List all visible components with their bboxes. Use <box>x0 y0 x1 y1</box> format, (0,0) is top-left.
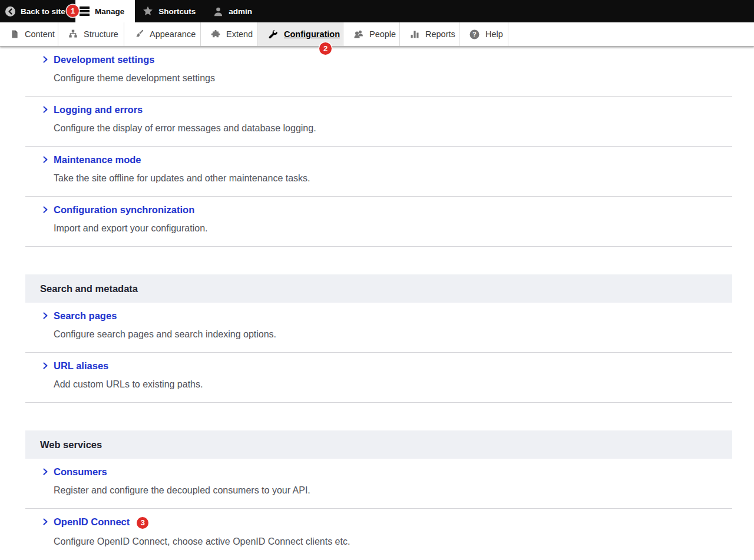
admin-toolbar: Back to site Manage Shortcuts admin 1 <box>0 0 754 22</box>
development-settings-link[interactable]: Development settings <box>42 54 154 65</box>
tab-reports-label: Reports <box>425 29 455 39</box>
tab-content[interactable]: Content <box>0 22 58 46</box>
manage-tab[interactable]: Manage <box>75 0 135 22</box>
question-icon: ? <box>469 29 479 39</box>
sitemap-icon <box>68 29 78 39</box>
annotation-mark-1: 1 <box>67 5 79 17</box>
back-circle-icon <box>5 6 15 16</box>
tab-content-label: Content <box>25 29 55 39</box>
chevron-right-icon <box>42 468 49 475</box>
url-aliases-description: Add custom URLs to existing paths. <box>54 379 732 390</box>
chevron-right-icon <box>42 56 49 63</box>
config-row-search-pages: Search pages Configure search pages and … <box>25 303 732 353</box>
user-menu[interactable]: admin <box>213 0 252 22</box>
bar-chart-icon <box>410 29 419 39</box>
svg-text:?: ? <box>472 31 477 38</box>
logging-and-errors-description: Configure the display of error messages … <box>54 122 732 134</box>
maintenance-mode-description: Take the site offline for updates and ot… <box>54 173 732 184</box>
annotation-mark-2: 2 <box>319 42 332 55</box>
chevron-right-icon <box>42 106 49 113</box>
back-to-site-label: Back to site <box>21 7 65 16</box>
config-row-configuration-synchronization: Configuration synchronization Import and… <box>25 197 732 247</box>
puzzle-icon <box>211 29 220 39</box>
people-icon <box>353 29 363 39</box>
back-to-site-button[interactable]: Back to site <box>0 0 68 22</box>
development-settings-description: Configure theme development settings <box>54 72 732 84</box>
user-icon <box>213 6 223 16</box>
openid-connect-description: Configure OpenID Connect, choose active … <box>54 536 732 548</box>
tab-extend-label: Extend <box>226 29 253 39</box>
config-row-maintenance-mode: Maintenance mode Take the site offline f… <box>25 147 732 197</box>
star-icon <box>143 6 153 16</box>
shortcuts-label: Shortcuts <box>158 7 196 16</box>
tab-appearance[interactable]: Appearance <box>124 22 201 46</box>
paintbrush-icon <box>134 29 144 39</box>
configuration-synchronization-link[interactable]: Configuration synchronization <box>42 204 194 216</box>
section-header-search-and-metadata: Search and metadata <box>25 274 732 303</box>
maintenance-mode-link[interactable]: Maintenance mode <box>42 154 141 165</box>
tab-people-label: People <box>369 29 396 39</box>
tab-structure[interactable]: Structure <box>58 22 124 46</box>
config-row-openid-connect: OpenID Connect 3 Configure OpenID Connec… <box>25 509 732 559</box>
tab-configuration[interactable]: Configuration <box>258 22 343 46</box>
configuration-synchronization-description: Import and export your configuration. <box>54 223 732 234</box>
tab-appearance-label: Appearance <box>150 29 196 39</box>
section-header-web-services: Web services <box>25 430 732 459</box>
openid-connect-link[interactable]: OpenID Connect <box>42 516 130 528</box>
url-aliases-link[interactable]: URL aliases <box>42 360 108 372</box>
tab-people[interactable]: People <box>343 22 400 46</box>
hamburger-icon <box>80 6 90 15</box>
annotation-mark-3: 3 <box>137 517 148 529</box>
config-row-consumers: Consumers Register and configure the dec… <box>25 459 732 509</box>
chevron-right-icon <box>42 312 49 319</box>
tab-reports[interactable]: Reports <box>400 22 459 46</box>
search-pages-link[interactable]: Search pages <box>42 310 117 322</box>
tab-help[interactable]: ? Help <box>459 22 508 46</box>
chevron-right-icon <box>42 206 49 213</box>
shortcuts-button[interactable]: Shortcuts <box>143 0 196 22</box>
configuration-page-content: Development settings Configure theme dev… <box>0 47 754 559</box>
manage-label: Manage <box>95 7 124 16</box>
consumers-link[interactable]: Consumers <box>42 466 107 478</box>
tab-extend[interactable]: Extend <box>201 22 258 46</box>
chevron-right-icon <box>42 362 49 369</box>
chevron-right-icon <box>42 156 49 163</box>
admin-menu-toolbar: Content Structure Appearance Extend Conf… <box>0 22 754 47</box>
tab-configuration-label: Configuration <box>284 29 340 39</box>
tab-structure-label: Structure <box>84 29 118 39</box>
chevron-right-icon <box>42 518 49 525</box>
config-row-development-settings: Development settings Configure theme dev… <box>25 47 732 97</box>
config-row-url-aliases: URL aliases Add custom URLs to existing … <box>25 353 732 403</box>
user-label: admin <box>229 7 252 16</box>
wrench-icon <box>268 29 278 39</box>
tab-help-label: Help <box>485 29 503 39</box>
file-icon <box>10 29 19 39</box>
config-row-logging-and-errors: Logging and errors Configure the display… <box>25 97 732 147</box>
search-pages-description: Configure search pages and search indexi… <box>54 329 732 340</box>
consumers-description: Register and configure the decoupled con… <box>54 485 732 496</box>
logging-and-errors-link[interactable]: Logging and errors <box>42 104 143 115</box>
